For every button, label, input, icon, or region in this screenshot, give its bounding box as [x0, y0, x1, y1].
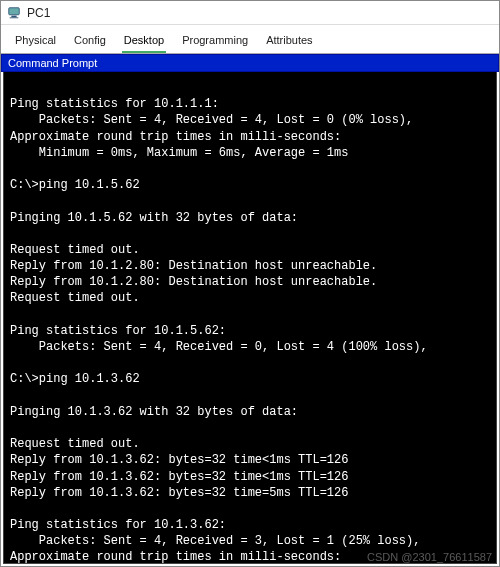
- tab-attributes[interactable]: Attributes: [264, 31, 314, 53]
- svg-rect-2: [10, 17, 19, 18]
- tab-desktop[interactable]: Desktop: [122, 31, 166, 53]
- tab-programming[interactable]: Programming: [180, 31, 250, 53]
- window-title: PC1: [27, 6, 50, 20]
- tab-bar: Physical Config Desktop Programming Attr…: [1, 25, 499, 54]
- command-prompt-header: Command Prompt: [1, 54, 499, 72]
- app-window: PC1 Physical Config Desktop Programming …: [0, 0, 500, 567]
- pc-icon: [7, 6, 21, 20]
- terminal-output[interactable]: Ping statistics for 10.1.1.1: Packets: S…: [3, 72, 497, 564]
- tab-physical[interactable]: Physical: [13, 31, 58, 53]
- svg-rect-1: [11, 15, 16, 17]
- svg-rect-0: [9, 7, 20, 14]
- titlebar: PC1: [1, 1, 499, 25]
- tab-config[interactable]: Config: [72, 31, 108, 53]
